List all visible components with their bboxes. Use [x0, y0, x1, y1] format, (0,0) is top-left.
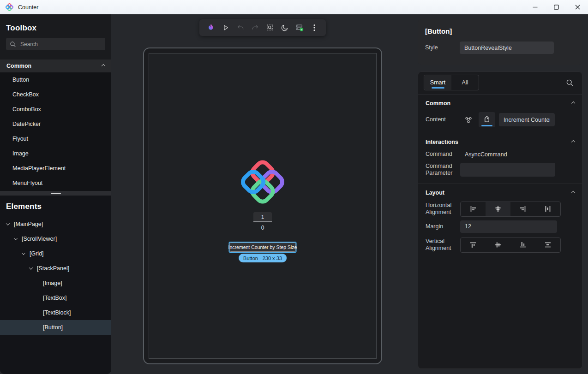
elements-panel: Elements [MainPage] [ScrollViewer] [Grid…	[0, 196, 111, 374]
margin-input[interactable]	[460, 220, 557, 233]
selection-size-badge: Button - 230 x 33	[239, 254, 287, 262]
tab-all[interactable]: All	[451, 75, 479, 90]
content-input[interactable]	[499, 113, 555, 126]
content-literal-button[interactable]	[479, 112, 495, 127]
h-align-right-button[interactable]	[510, 202, 535, 216]
connection-status-button[interactable]	[294, 21, 306, 34]
selected-element-title: [Button]	[418, 19, 582, 35]
moon-icon	[281, 24, 289, 32]
hot-reload-button[interactable]	[205, 21, 217, 34]
sidebar: Toolbox Common Button CheckBox ComboBox	[0, 14, 111, 374]
toolbox-section-common[interactable]: Common	[0, 59, 111, 72]
step-size-textbox[interactable]: 1	[253, 212, 272, 222]
splitter-handle-icon	[51, 193, 61, 194]
increment-button[interactable]: Increment Counter by Step Size	[230, 243, 296, 252]
v-align-top-button[interactable]	[461, 238, 486, 252]
zoom-region-button[interactable]	[264, 21, 276, 34]
toolbox-item-flyout[interactable]: Flyout	[0, 131, 111, 146]
tree-item-label: [MainPage]	[14, 221, 43, 227]
content-binding-button[interactable]	[460, 112, 477, 127]
chevron-down-icon[interactable]	[6, 221, 10, 225]
tab-group: Smart All	[424, 75, 479, 90]
play-icon	[222, 24, 230, 32]
align-center-vertical-icon	[494, 241, 502, 249]
command-value[interactable]: AsyncCommand	[460, 151, 507, 158]
v-align-center-button[interactable]	[486, 238, 510, 252]
toolbox-panel: Toolbox Common Button CheckBox ComboBox	[0, 14, 111, 191]
binding-icon	[464, 116, 473, 124]
tree-item-textbox[interactable]: [TextBox]	[0, 291, 111, 305]
command-parameter-input[interactable]	[460, 163, 555, 177]
vertical-alignment-group	[460, 237, 561, 253]
toolbox-item-button[interactable]: Button	[0, 72, 111, 87]
toolbox-item-combobox[interactable]: ComboBox	[0, 102, 111, 117]
tree-item-mainpage[interactable]: [MainPage]	[0, 217, 111, 232]
maximize-button[interactable]	[546, 0, 567, 14]
redo-button[interactable]	[249, 21, 261, 34]
chevron-down-icon[interactable]	[14, 236, 18, 240]
command-parameter-row: Command Parameter	[418, 163, 582, 177]
toolbox-item-checkbox[interactable]: CheckBox	[0, 87, 111, 102]
section-title: Common	[426, 100, 450, 107]
search-input[interactable]	[20, 41, 102, 47]
align-left-icon	[469, 205, 477, 213]
section-header-common[interactable]: Common	[418, 95, 582, 112]
search-icon[interactable]	[566, 79, 574, 87]
v-align-bottom-button[interactable]	[510, 238, 535, 252]
toolbox-item-image[interactable]: Image	[0, 146, 111, 161]
more-options-button[interactable]	[308, 21, 320, 34]
section-title: Interactions	[426, 139, 458, 145]
h-align-left-button[interactable]	[461, 202, 486, 216]
close-button[interactable]	[567, 0, 588, 14]
undo-button[interactable]	[234, 21, 246, 34]
panel-splitter[interactable]	[0, 191, 111, 196]
tree-item-label: [Grid]	[30, 250, 44, 257]
chevron-up-icon	[571, 191, 575, 195]
tree-item-textblock[interactable]: [TextBlock]	[0, 305, 111, 320]
v-align-stretch-button[interactable]	[535, 238, 560, 252]
app-logo-icon	[240, 160, 285, 204]
theme-toggle-button[interactable]	[279, 21, 291, 34]
app-screen: 1 0 Increment Counter by Step Size Butto…	[149, 53, 377, 359]
minimize-button[interactable]	[524, 0, 546, 14]
play-button[interactable]	[220, 21, 232, 34]
section-label: Common	[6, 63, 31, 69]
tree-item-grid[interactable]: [Grid]	[0, 246, 111, 261]
style-row: Style	[425, 42, 575, 54]
section-header-interactions[interactable]: Interactions	[418, 133, 582, 151]
tree-item-image[interactable]: [Image]	[0, 276, 111, 291]
design-canvas: 1 0 Increment Counter by Step Size Butto…	[111, 14, 414, 374]
tree-item-button[interactable]: [Button]	[0, 320, 111, 335]
tree-item-stackpanel[interactable]: [StackPanel]	[0, 261, 111, 276]
flame-icon	[206, 23, 216, 32]
vertical-alignment-label: Vertical Alignment	[426, 238, 460, 252]
selected-element-card: [Button] Style	[418, 19, 582, 65]
section-header-layout[interactable]: Layout	[418, 184, 582, 202]
h-align-center-button[interactable]	[486, 202, 510, 216]
chevron-up-icon	[571, 101, 575, 105]
style-input[interactable]	[460, 42, 554, 54]
tree-item-label: [TextBox]	[43, 295, 66, 301]
counter-textblock: 0	[149, 225, 376, 231]
toolbox-item-list: Button CheckBox ComboBox DatePicker Flyo…	[0, 72, 111, 191]
tab-smart[interactable]: Smart	[424, 75, 451, 90]
titlebar: Counter	[0, 0, 588, 14]
window-controls	[524, 0, 588, 14]
chevron-down-icon[interactable]	[22, 251, 25, 255]
h-align-stretch-button[interactable]	[535, 202, 560, 216]
tree-item-label: [Image]	[43, 280, 62, 286]
chevron-up-icon	[102, 64, 105, 68]
redo-icon	[251, 24, 259, 32]
toolbox-item-mediaplayerelement[interactable]: MediaPlayerElement	[0, 161, 111, 176]
toolbox-search[interactable]	[6, 38, 105, 50]
toolbox-item-menuflyout[interactable]: MenuFlyout	[0, 176, 111, 190]
active-tab-indicator	[432, 87, 444, 89]
tag-icon	[483, 116, 491, 124]
tree-item-scrollviewer[interactable]: [ScrollViewer]	[0, 232, 111, 246]
chevron-down-icon[interactable]	[29, 266, 33, 269]
tree-item-label: [Button]	[43, 324, 63, 331]
toolbox-item-datepicker[interactable]: DatePicker	[0, 117, 111, 131]
horizontal-alignment-row: Horizontal Alignment	[418, 202, 582, 217]
horizontal-alignment-label: Horizontal Alignment	[426, 202, 460, 216]
property-inspector-card: Smart All Comm	[418, 71, 582, 369]
